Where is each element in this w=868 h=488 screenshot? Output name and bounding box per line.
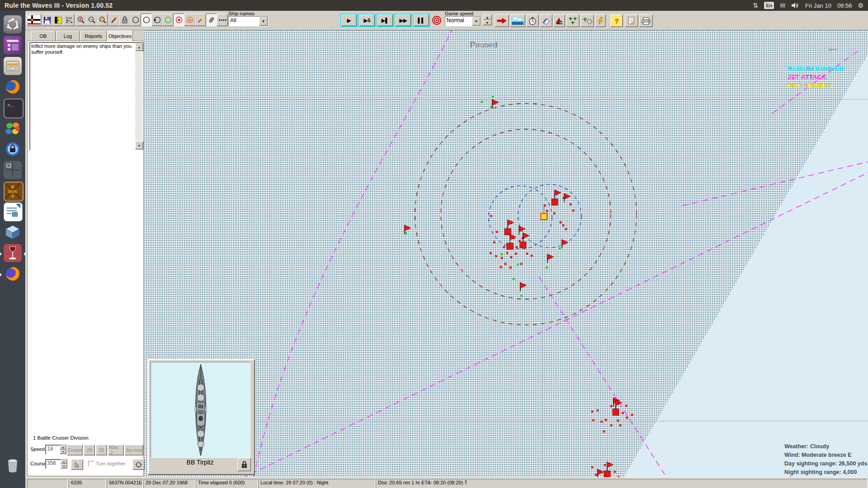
enemy-flag-marker[interactable]	[555, 190, 561, 196]
max-minus-2-button[interactable]: Max -2	[108, 445, 124, 455]
ship-lock-icon[interactable]	[237, 458, 251, 471]
enemy-flag-marker[interactable]	[523, 233, 529, 239]
trash-icon[interactable]	[4, 456, 22, 474]
air-ops-icon[interactable]	[580, 14, 594, 27]
dosbox-icon[interactable]: BDOSX	[4, 182, 24, 202]
course-stepper[interactable]: 356 ▲▼	[45, 459, 68, 469]
enemy-flag-marker[interactable]	[607, 462, 613, 468]
play-button[interactable]: ▶	[341, 14, 357, 26]
ubuntu-dash-icon[interactable]	[4, 15, 22, 33]
contact-circle-icon[interactable]	[130, 14, 141, 26]
playonlinux-icon[interactable]	[4, 119, 22, 137]
sighting-blob-icon[interactable]	[206, 14, 217, 26]
pause-button[interactable]: ▌▌	[414, 14, 429, 26]
air-formation-icon[interactable]	[566, 14, 580, 27]
center-on-division-icon[interactable]	[132, 459, 145, 470]
mail-icon[interactable]: ✉	[780, 2, 785, 9]
course-down-icon[interactable]: ▼	[61, 464, 67, 469]
speed-stepper[interactable]: 18 ▲▼	[45, 445, 67, 455]
zoom-select-icon[interactable]	[97, 14, 108, 26]
save-icon[interactable]	[42, 14, 53, 26]
play-step-button[interactable]: ▶▌	[377, 14, 393, 26]
play-fast-button[interactable]: ▶▶	[396, 14, 411, 26]
target-rings-icon[interactable]	[173, 14, 184, 26]
help-icon[interactable]: ?	[610, 14, 623, 27]
weather-icon[interactable]	[510, 14, 525, 27]
cruise-button[interactable]: Cruise	[67, 445, 83, 455]
tab-reports[interactable]: Reports	[80, 31, 107, 41]
workspace-switcher-icon[interactable]	[4, 161, 22, 179]
enemy-flag-marker[interactable]	[492, 99, 499, 105]
signal-pattern-icon[interactable]	[63, 14, 75, 26]
enemy-flag-marker[interactable]	[520, 282, 527, 288]
gear-icon[interactable]: ⚙	[858, 2, 863, 9]
speed-20-button[interactable]: 20	[84, 445, 95, 455]
lightning-icon[interactable]	[595, 14, 606, 27]
spinner-down-icon[interactable]: ▼	[483, 20, 492, 25]
tab-log[interactable]: Log	[56, 31, 80, 41]
enemy-flag-marker[interactable]	[547, 254, 554, 260]
zoom-in-icon[interactable]	[75, 14, 86, 26]
wine-icon[interactable]	[4, 244, 22, 262]
scroll-up-icon[interactable]: ▲	[135, 43, 143, 51]
speed-25-button[interactable]: 25	[96, 445, 107, 455]
friendly-circle-icon[interactable]	[162, 14, 174, 26]
clock-date[interactable]: Fri Jan 10	[805, 2, 831, 9]
sq-max-button[interactable]: Sq max	[125, 445, 143, 455]
advance-arrow-icon[interactable]	[495, 14, 509, 27]
player-ship-marker[interactable]	[541, 213, 547, 220]
turn-together-checkbox[interactable]	[88, 461, 94, 467]
firefox-alt-icon[interactable]	[4, 265, 22, 283]
enemy-ship-marker[interactable]	[520, 242, 526, 248]
chevron-down-icon[interactable]: ▼	[259, 17, 268, 26]
scroll-down-icon[interactable]: ▼	[135, 141, 143, 150]
play-5-button[interactable]: ▶5	[359, 14, 375, 26]
enemy-flag-marker[interactable]	[562, 239, 568, 245]
virtualbox-icon[interactable]	[4, 223, 22, 241]
enemy-ship-marker[interactable]	[552, 199, 558, 205]
firefox-icon[interactable]	[4, 78, 22, 96]
libreoffice-writer-icon[interactable]	[4, 202, 23, 221]
enemy-ship-marker[interactable]	[507, 243, 513, 249]
clock-time[interactable]: 09:56	[837, 2, 852, 9]
enemy-ship-marker[interactable]	[604, 471, 610, 477]
terminal-icon[interactable]: >_	[4, 99, 24, 118]
air-strike-icon[interactable]	[553, 14, 565, 27]
objectives-scrollbar[interactable]: ▲ ▼	[135, 43, 142, 150]
lock-icon[interactable]	[119, 14, 130, 26]
course-up-icon[interactable]: ▲	[61, 460, 67, 464]
exit-icon[interactable]	[52, 14, 64, 26]
brush-icon[interactable]	[108, 14, 119, 26]
game-speed-dropdown[interactable]: Normal ▼	[445, 16, 481, 26]
m-marker-icon[interactable]: M	[184, 14, 195, 26]
stopwatch-icon[interactable]	[526, 14, 539, 27]
keyboard-indicator[interactable]: En	[764, 2, 774, 9]
printer-icon[interactable]	[639, 14, 653, 27]
report-icon[interactable]	[625, 14, 638, 27]
tab-ob[interactable]: OB	[31, 31, 56, 41]
german-ensign-icon[interactable]	[26, 14, 42, 26]
tab-objectives[interactable]: Objectives	[107, 30, 133, 41]
enemy-flag-marker[interactable]	[564, 193, 571, 199]
speed-spinner[interactable]: ▲ ▼	[483, 14, 492, 25]
logbook-icon[interactable]	[540, 14, 552, 27]
file-archiver-icon[interactable]	[4, 57, 22, 75]
speed-down-icon[interactable]: ▼	[60, 450, 66, 454]
chevron-down-icon[interactable]: ▼	[472, 17, 481, 26]
enemy-ship-marker[interactable]	[613, 409, 619, 415]
enemy-flag-marker[interactable]	[598, 469, 604, 475]
updown-arrows-icon[interactable]: ⇅	[753, 2, 759, 9]
enemy-flag-marker[interactable]	[508, 220, 514, 225]
sonar-contact-icon[interactable]	[151, 14, 163, 26]
contact-circle-alt-icon[interactable]	[141, 14, 152, 26]
set-course-cursor-icon[interactable]	[71, 459, 83, 470]
volume-icon[interactable]	[791, 2, 799, 9]
range-line-icon[interactable]	[195, 14, 206, 26]
enemy-flag-marker[interactable]	[405, 225, 411, 231]
ship-names-dropdown[interactable]: All ▼	[228, 16, 268, 26]
dots-icon[interactable]	[217, 14, 228, 26]
spinner-up-icon[interactable]: ▲	[483, 14, 492, 20]
software-app-icon[interactable]	[4, 36, 22, 54]
zoom-out-icon[interactable]	[86, 14, 97, 26]
speed-up-icon[interactable]: ▲	[60, 445, 66, 450]
